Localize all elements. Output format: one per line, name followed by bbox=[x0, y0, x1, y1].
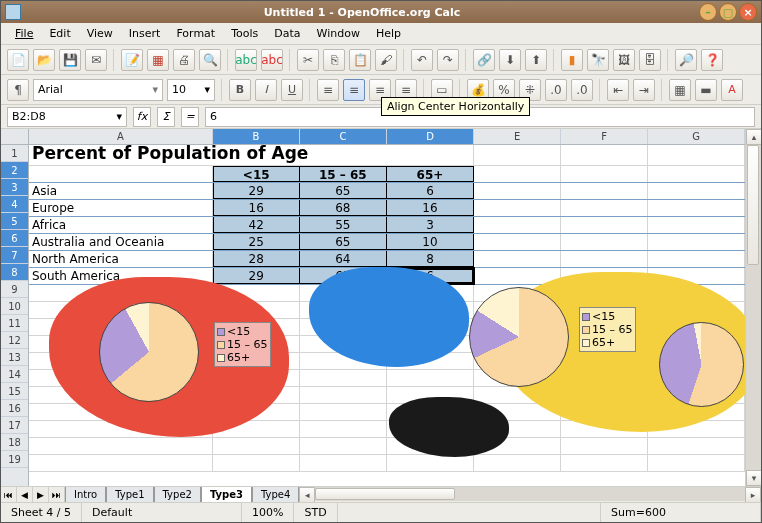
data-cell[interactable]: 25 bbox=[213, 234, 300, 250]
function-wizard-icon[interactable]: fx bbox=[133, 107, 151, 127]
row-header[interactable]: 6 bbox=[1, 230, 28, 247]
row-header[interactable]: 9 bbox=[1, 281, 28, 298]
cell[interactable] bbox=[648, 302, 745, 318]
cell[interactable] bbox=[474, 370, 561, 386]
cell[interactable] bbox=[387, 421, 474, 437]
cell[interactable] bbox=[648, 353, 745, 369]
cell[interactable] bbox=[474, 285, 561, 301]
minimize-button[interactable]: – bbox=[699, 3, 717, 21]
sheet-tab-type2[interactable]: Type2 bbox=[154, 487, 201, 503]
pdf-icon[interactable]: ▦ bbox=[147, 49, 169, 71]
cell[interactable] bbox=[648, 285, 745, 301]
data-cell[interactable] bbox=[474, 234, 561, 250]
tab-next-icon[interactable]: ▶ bbox=[33, 487, 49, 503]
row-header[interactable]: 10 bbox=[1, 298, 28, 315]
equals-icon[interactable]: = bbox=[181, 107, 199, 127]
row-label-cell[interactable]: Africa bbox=[29, 217, 213, 233]
save-icon[interactable]: 💾 bbox=[59, 49, 81, 71]
data-cell[interactable] bbox=[648, 217, 745, 233]
data-cell[interactable] bbox=[561, 268, 648, 284]
cell[interactable] bbox=[300, 336, 387, 352]
cell[interactable] bbox=[29, 302, 213, 318]
cell[interactable] bbox=[213, 319, 300, 335]
row-header[interactable]: 1 bbox=[1, 145, 28, 162]
font-name-input[interactable]: Arial ▾ bbox=[33, 79, 163, 101]
data-cell[interactable] bbox=[648, 200, 745, 216]
cell[interactable] bbox=[648, 421, 745, 437]
row-header[interactable]: 2 bbox=[1, 162, 28, 179]
row-header[interactable]: 3 bbox=[1, 179, 28, 196]
close-button[interactable]: × bbox=[739, 3, 757, 21]
row-label-cell[interactable]: Australia and Oceania bbox=[29, 234, 213, 250]
hyperlink-icon[interactable]: 🔗 bbox=[473, 49, 495, 71]
column-header[interactable]: G bbox=[648, 129, 745, 144]
scroll-left-icon[interactable]: ◂ bbox=[299, 487, 315, 503]
cell[interactable] bbox=[29, 166, 213, 182]
cell[interactable] bbox=[474, 319, 561, 335]
header-cell[interactable] bbox=[561, 166, 648, 182]
cell[interactable] bbox=[387, 302, 474, 318]
cell[interactable] bbox=[29, 438, 213, 454]
email-icon[interactable]: ✉ bbox=[85, 49, 107, 71]
data-cell[interactable] bbox=[474, 183, 561, 199]
decrease-indent-icon[interactable]: ⇤ bbox=[607, 79, 629, 101]
cell[interactable] bbox=[561, 387, 648, 403]
row-header[interactable]: 16 bbox=[1, 400, 28, 417]
data-cell[interactable]: 65 bbox=[300, 268, 387, 284]
fontcolor-icon[interactable]: A bbox=[721, 79, 743, 101]
styles-icon[interactable]: ¶ bbox=[7, 79, 29, 101]
cell[interactable] bbox=[387, 404, 474, 420]
menu-file[interactable]: File bbox=[7, 25, 41, 42]
row-header[interactable]: 7 bbox=[1, 247, 28, 264]
cell[interactable] bbox=[474, 438, 561, 454]
cell[interactable] bbox=[213, 404, 300, 420]
cell[interactable] bbox=[648, 438, 745, 454]
row-header[interactable]: 13 bbox=[1, 349, 28, 366]
vertical-scrollbar[interactable]: ▴ ▾ bbox=[745, 129, 761, 486]
cell[interactable] bbox=[213, 387, 300, 403]
menu-format[interactable]: Format bbox=[168, 25, 223, 42]
row-header[interactable]: 11 bbox=[1, 315, 28, 332]
data-cell[interactable] bbox=[648, 268, 745, 284]
data-cell[interactable]: 10 bbox=[387, 234, 474, 250]
data-cell[interactable] bbox=[474, 251, 561, 267]
data-cell[interactable]: 42 bbox=[213, 217, 300, 233]
cell[interactable] bbox=[213, 421, 300, 437]
title-cell[interactable]: Percent of Population of Age bbox=[29, 145, 474, 165]
bold-icon[interactable]: B bbox=[229, 79, 251, 101]
row-header[interactable]: 18 bbox=[1, 434, 28, 451]
preview-icon[interactable]: 🔍 bbox=[199, 49, 221, 71]
cell[interactable] bbox=[387, 285, 474, 301]
cell[interactable] bbox=[648, 370, 745, 386]
cell[interactable] bbox=[648, 336, 745, 352]
row-header[interactable]: 15 bbox=[1, 383, 28, 400]
header-cell[interactable] bbox=[474, 166, 561, 182]
menu-help[interactable]: Help bbox=[368, 25, 409, 42]
cell[interactable] bbox=[300, 455, 387, 471]
header-cell[interactable]: 15 – 65 bbox=[300, 166, 387, 182]
tab-first-icon[interactable]: ⏮ bbox=[1, 487, 17, 503]
cell[interactable] bbox=[387, 455, 474, 471]
new-icon[interactable]: 📄 bbox=[7, 49, 29, 71]
navigator-icon[interactable]: 🔭 bbox=[587, 49, 609, 71]
data-cell[interactable] bbox=[648, 251, 745, 267]
row-header[interactable]: 8 bbox=[1, 264, 28, 281]
cell[interactable] bbox=[561, 319, 648, 335]
font-size-input[interactable]: 10 ▾ bbox=[167, 79, 215, 101]
cell[interactable] bbox=[561, 336, 648, 352]
column-header[interactable]: B bbox=[213, 129, 300, 144]
cell[interactable] bbox=[648, 387, 745, 403]
cell[interactable] bbox=[29, 353, 213, 369]
row-header[interactable]: 12 bbox=[1, 332, 28, 349]
data-cell[interactable]: 3 bbox=[387, 217, 474, 233]
data-cell[interactable]: 6 bbox=[387, 183, 474, 199]
data-cell[interactable]: 29 bbox=[213, 268, 300, 284]
cell[interactable] bbox=[29, 319, 213, 335]
sort-asc-icon[interactable]: ⬇ bbox=[499, 49, 521, 71]
cell[interactable] bbox=[213, 438, 300, 454]
data-cell[interactable]: 55 bbox=[300, 217, 387, 233]
row-header[interactable]: 4 bbox=[1, 196, 28, 213]
data-cell[interactable] bbox=[561, 234, 648, 250]
data-cell[interactable] bbox=[474, 217, 561, 233]
cell[interactable] bbox=[300, 353, 387, 369]
